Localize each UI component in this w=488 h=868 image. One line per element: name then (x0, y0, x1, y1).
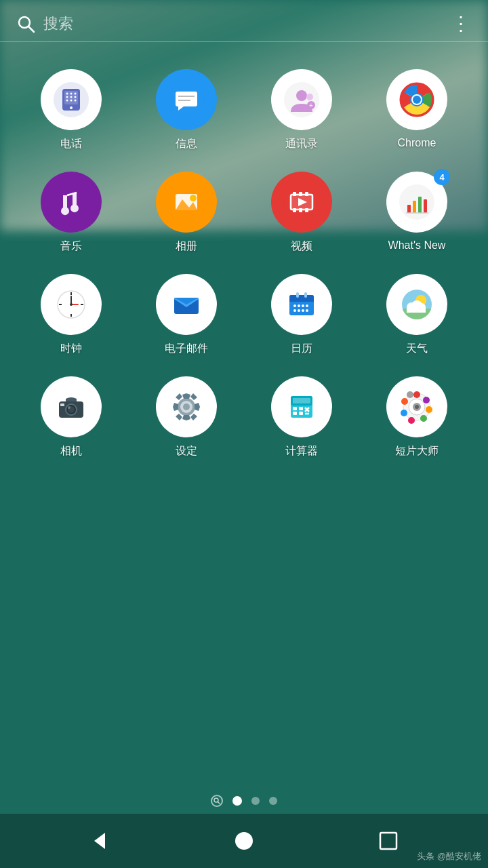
svg-point-14 (75, 100, 77, 102)
svg-rect-44 (305, 208, 308, 212)
svg-rect-16 (176, 92, 197, 106)
search-icon (16, 14, 35, 33)
svg-point-74 (298, 309, 300, 312)
page-indicator (0, 795, 488, 807)
svg-point-69 (293, 304, 296, 307)
app-label-clock: 时钟 (60, 342, 82, 356)
app-label-filmmaster: 短片大师 (395, 444, 439, 458)
dot-1[interactable] (232, 796, 242, 806)
svg-rect-49 (418, 197, 422, 213)
dot-search[interactable] (211, 795, 223, 807)
svg-point-119 (401, 398, 408, 405)
svg-rect-103 (293, 407, 297, 410)
app-label-phone: 电话 (60, 137, 82, 151)
svg-point-118 (401, 410, 407, 416)
app-label-email: 电子邮件 (165, 342, 208, 356)
svg-rect-105 (293, 412, 297, 415)
svg-rect-78 (304, 292, 307, 298)
app-item-chrome[interactable]: Chrome (359, 62, 474, 165)
svg-point-122 (415, 405, 419, 409)
svg-point-30 (54, 184, 89, 220)
svg-point-76 (306, 309, 308, 312)
svg-rect-41 (305, 192, 308, 196)
svg-point-21 (296, 90, 307, 101)
svg-rect-94 (60, 403, 64, 406)
svg-marker-125 (94, 833, 105, 849)
app-item-filmmaster[interactable]: 短片大师 (359, 370, 474, 472)
more-icon[interactable]: ⋮ (451, 12, 472, 35)
app-label-camera: 相机 (60, 444, 82, 458)
app-item-video[interactable]: 视频 (244, 165, 359, 267)
svg-point-46 (399, 184, 434, 220)
svg-point-13 (70, 100, 73, 102)
svg-point-70 (298, 304, 300, 307)
svg-point-9 (66, 96, 68, 98)
app-label-chrome: Chrome (398, 137, 436, 149)
svg-point-6 (66, 93, 68, 95)
svg-rect-102 (293, 398, 310, 403)
home-button[interactable] (227, 824, 261, 858)
search-bar: 搜索 ⋮ (0, 0, 488, 42)
svg-line-124 (218, 802, 220, 804)
app-label-messages: 信息 (176, 137, 197, 151)
app-item-email[interactable]: 电子邮件 (129, 267, 244, 370)
app-label-contacts: 通讯录 (285, 137, 318, 151)
app-grid: 电话 信息 (0, 42, 488, 486)
svg-point-117 (408, 417, 415, 424)
svg-rect-42 (293, 208, 296, 212)
app-label-video: 视频 (291, 239, 312, 254)
app-label-weather: 天气 (406, 342, 428, 356)
svg-rect-77 (296, 292, 299, 298)
svg-rect-68 (289, 300, 314, 302)
app-item-phone[interactable]: 电话 (14, 62, 129, 165)
svg-point-60 (70, 303, 73, 306)
app-item-music[interactable]: 音乐 (14, 165, 129, 267)
svg-point-8 (75, 93, 77, 95)
app-item-album[interactable]: 相册 (129, 165, 244, 267)
app-label-album: 相册 (176, 239, 197, 254)
app-item-clock[interactable]: 时钟 (14, 267, 129, 370)
app-item-whatsnew[interactable]: 4 What's New (359, 165, 474, 267)
svg-rect-43 (299, 208, 302, 212)
svg-point-114 (423, 397, 430, 403)
svg-point-115 (426, 406, 432, 413)
search-input[interactable]: 搜索 (43, 14, 451, 34)
app-item-contacts[interactable]: + 通讯录 (244, 62, 359, 165)
app-item-weather[interactable]: 天气 (359, 267, 474, 370)
app-label-whatsnew: What's New (388, 239, 446, 252)
dot-2[interactable] (251, 797, 260, 805)
svg-rect-106 (299, 412, 303, 415)
app-label-calculator: 计算器 (285, 444, 318, 458)
svg-point-116 (420, 415, 427, 422)
svg-rect-48 (413, 201, 416, 213)
svg-rect-50 (424, 199, 427, 213)
svg-point-71 (302, 304, 304, 307)
back-button[interactable] (83, 824, 117, 858)
watermark: 头条 @酷安机佬 (417, 850, 481, 863)
svg-point-113 (413, 391, 420, 398)
svg-point-72 (306, 304, 308, 307)
svg-point-93 (68, 406, 70, 409)
app-badge-whatsnew: 4 (434, 169, 450, 185)
bottom-nav (0, 814, 488, 868)
svg-point-11 (75, 96, 77, 98)
svg-point-22 (306, 94, 313, 100)
app-item-settings[interactable]: 设定 (129, 370, 244, 472)
svg-rect-40 (299, 192, 302, 196)
app-item-calendar[interactable]: 日历 (244, 267, 359, 370)
app-label-calendar: 日历 (291, 342, 312, 356)
svg-point-4 (70, 106, 73, 109)
dot-3[interactable] (269, 797, 277, 805)
svg-point-126 (235, 832, 253, 850)
recents-button[interactable] (371, 824, 405, 858)
app-item-messages[interactable]: 信息 (129, 62, 244, 165)
svg-line-1 (28, 26, 34, 32)
app-label-settings: 设定 (176, 444, 197, 458)
app-item-calculator[interactable]: 计算器 (244, 370, 359, 472)
app-item-camera[interactable]: 相机 (14, 370, 129, 472)
svg-point-10 (70, 96, 73, 98)
app-label-music: 音乐 (60, 239, 82, 254)
svg-point-98 (183, 403, 190, 410)
svg-point-29 (413, 96, 421, 104)
svg-rect-104 (299, 407, 303, 410)
